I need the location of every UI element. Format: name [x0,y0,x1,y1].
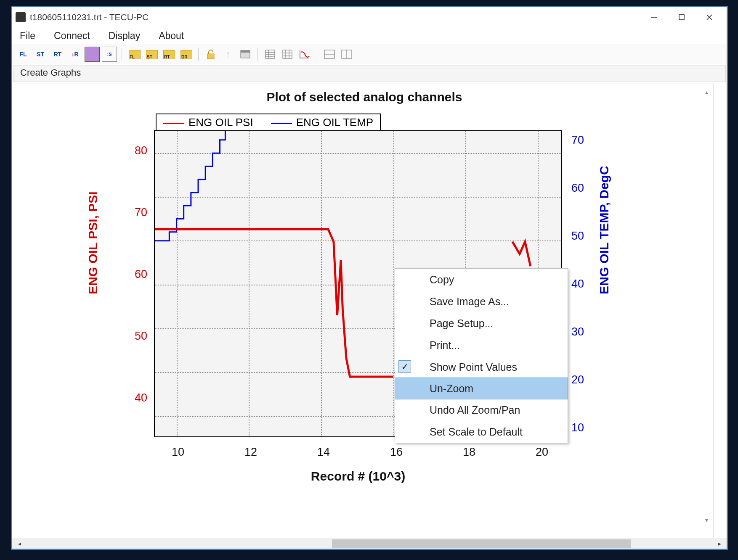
toolbar-split-h[interactable] [322,47,337,62]
chart-frame[interactable]: Plot of selected analog channels ENG OIL… [15,84,714,547]
menu-connect[interactable]: Connect [54,30,90,42]
chart-legend: ENG OIL PSI ENG OIL TEMP [156,114,381,132]
x-axis-label: Record # (10^3) [154,469,562,483]
app-icon [16,12,26,22]
toolbar-purple[interactable] [85,47,100,62]
window-icon [240,50,250,58]
scroll-down-icon[interactable]: ▾ [702,515,711,525]
ctx-unzoom[interactable]: Un-Zoom [395,378,568,399]
window-controls [640,8,723,26]
lock-icon [206,49,215,60]
xtick: 10 [167,446,188,459]
toolbar-st[interactable]: ST [33,47,48,62]
menubar: File Connect Display About [12,27,727,44]
close-icon [706,13,713,21]
toolbar-grid[interactable] [280,47,295,62]
close-button[interactable] [696,8,723,26]
y-left-label: ENG OIL PSI, PSI [86,191,100,294]
legend-swatch-blue [271,123,292,124]
toolbar-separator [198,48,199,61]
split-h-icon [324,50,335,59]
grid-icon [282,50,292,59]
toolbar-separator [258,48,258,61]
ytick-left: 70 [126,206,147,219]
minimize-icon [650,13,658,21]
chart-title: Plot of selected analog channels [15,90,714,104]
svg-rect-7 [265,50,275,58]
ytick-left: 80 [126,144,147,157]
scroll-left-icon[interactable]: ◂ [14,538,25,549]
context-menu: Copy Save Image As... Page Setup... Prin… [395,268,568,443]
legend-item-psi: ENG OIL PSI [163,116,253,129]
checkmark-icon: ✓ [398,360,411,373]
toolbar-folder-rt[interactable]: RT [161,47,176,62]
minimize-button[interactable] [640,8,668,26]
xtick: 12 [240,446,261,459]
ytick-right: 70 [571,134,592,147]
toolbar-separator [122,48,122,61]
toolbar-folder-st[interactable]: ST [144,47,159,62]
ytick-right: 50 [571,230,592,243]
menu-display[interactable]: Display [109,30,140,42]
maximize-button[interactable] [668,8,696,26]
ytick-left: 60 [126,268,147,281]
create-graphs-bar[interactable]: Create Graphs [13,65,726,82]
split-v-icon [341,50,352,59]
ctx-show-point-values[interactable]: ✓ Show Point Values [395,356,568,378]
toolbar-arrow-up[interactable]: ↑ [220,47,236,62]
legend-swatch-red [163,123,184,124]
titlebar: t180605110231.trt - TECU-PC [12,7,727,27]
toolbar-chart[interactable] [297,47,312,62]
ytick-right: 10 [571,421,592,434]
ytick-right: 20 [571,373,592,386]
toolbar-fl[interactable]: FL [16,47,31,62]
ctx-save-image[interactable]: Save Image As... [395,291,568,312]
toolbar-form[interactable] [263,47,278,62]
toolbar-down-r[interactable]: ↓R [67,47,82,62]
toolbar-rt[interactable]: RT [50,47,65,62]
chart-icon [299,50,310,59]
toolbar-window[interactable] [238,47,253,62]
toolbar-split-v[interactable] [339,47,354,62]
ytick-left: 50 [126,330,147,343]
toolbar-sbox[interactable]: :S [102,47,117,62]
scrollbar-thumb[interactable] [332,539,631,548]
ctx-page-setup[interactable]: Page Setup... [395,312,568,334]
scroll-up-icon[interactable]: ▴ [702,87,711,97]
y-right-label: ENG OIL TEMP, DegC [597,166,611,294]
svg-rect-6 [241,50,250,53]
maximize-icon [678,13,685,21]
form-icon [265,50,275,59]
toolbar-folder-dr[interactable]: DR [178,47,194,62]
scroll-right-icon[interactable]: ▸ [714,538,725,549]
vertical-scrollbar[interactable]: ▴ ▾ [702,87,711,525]
ytick-right: 30 [571,325,592,338]
toolbar-folder-fl[interactable]: FL [127,47,142,62]
menu-about[interactable]: About [159,30,184,42]
svg-rect-12 [283,50,292,58]
menu-file[interactable]: File [20,30,35,42]
ctx-print[interactable]: Print... [395,334,568,356]
legend-item-temp: ENG OIL TEMP [271,116,374,129]
toolbar-separator [317,48,317,61]
svg-rect-4 [207,54,214,59]
ctx-set-scale-default[interactable]: Set Scale to Default [395,421,568,443]
ytick-left: 40 [126,391,147,404]
toolbar: FL ST RT ↓R :S FL ST RT DR ↑ [12,44,727,64]
ytick-right: 40 [571,277,592,291]
window-title: t180605110231.trt - TECU-PC [30,12,640,22]
xtick: 20 [531,446,552,459]
toolbar-lock[interactable] [203,47,218,62]
xtick: 16 [386,446,407,459]
ytick-right: 60 [571,182,592,195]
xtick: 14 [313,446,334,459]
ctx-undo-all-zoom[interactable]: Undo All Zoom/Pan [395,399,568,421]
app-window: t180605110231.trt - TECU-PC File Connect… [12,7,727,549]
ctx-copy[interactable]: Copy [395,269,568,291]
xtick: 18 [459,446,480,459]
svg-rect-1 [679,15,684,20]
horizontal-scrollbar[interactable]: ◂ ▸ [12,538,727,549]
